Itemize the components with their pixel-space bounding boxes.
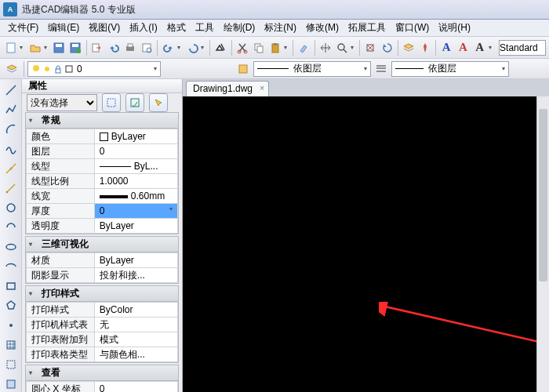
- doc-tab[interactable]: Drawing1.dwg×: [186, 81, 269, 96]
- text-red-button[interactable]: A: [455, 39, 471, 56]
- arc2-tool[interactable]: [2, 220, 20, 236]
- text-color-button[interactable]: A: [438, 39, 454, 56]
- redo2-dropdown-icon[interactable]: ▾: [201, 44, 207, 51]
- text-button[interactable]: A: [472, 39, 488, 56]
- xline-tool[interactable]: [2, 161, 20, 177]
- undo-button[interactable]: [106, 39, 122, 56]
- cut-button[interactable]: [234, 39, 249, 56]
- refresh-button[interactable]: [379, 39, 394, 56]
- cat-plot-header[interactable]: ▾打印样式: [26, 286, 178, 302]
- pickadd-button[interactable]: [125, 93, 144, 112]
- drawing-canvas[interactable]: [183, 96, 549, 392]
- prop-thick-value[interactable]: 0▾: [94, 204, 177, 219]
- zoom-dropdown-icon[interactable]: ▾: [351, 44, 357, 51]
- point-tool[interactable]: [2, 317, 20, 333]
- new-button[interactable]: [3, 39, 19, 56]
- redo-button[interactable]: [160, 39, 176, 56]
- svg-rect-22: [66, 66, 72, 72]
- convert-button[interactable]: [89, 39, 104, 56]
- saveas-button[interactable]: [67, 39, 83, 56]
- menu-modify[interactable]: 修改(M): [301, 20, 344, 36]
- layer-name: 0: [77, 64, 82, 74]
- zoom-button[interactable]: [334, 39, 350, 56]
- rect-tool[interactable]: [2, 278, 20, 294]
- layermgr-button[interactable]: [3, 60, 20, 78]
- menu-help[interactable]: 说明(H): [434, 20, 475, 36]
- text-dropdown-icon[interactable]: ▾: [489, 44, 495, 51]
- prop-ltscale-value[interactable]: 1.0000: [94, 174, 177, 189]
- paste-dropdown-icon[interactable]: ▾: [284, 44, 290, 51]
- layers-button[interactable]: [401, 39, 416, 56]
- save-button[interactable]: [51, 39, 67, 56]
- prop-lweight-value[interactable]: 0.60mm: [94, 189, 177, 204]
- linetype-combo[interactable]: 依图层 ▾: [253, 61, 371, 77]
- match-button[interactable]: [296, 39, 311, 56]
- menu-format[interactable]: 格式: [162, 20, 191, 36]
- arc-tool[interactable]: [2, 122, 20, 138]
- layer-state-combo[interactable]: 0 ▾: [27, 61, 161, 77]
- circle-tool[interactable]: [2, 200, 20, 216]
- find-button[interactable]: [213, 39, 228, 56]
- collapse-icon: ▾: [29, 290, 38, 297]
- pan-button[interactable]: [318, 39, 333, 56]
- prop-cx-value[interactable]: 0: [94, 382, 177, 393]
- line-tool[interactable]: [2, 82, 20, 99]
- redo2-button[interactable]: [184, 39, 200, 56]
- menu-view[interactable]: 视图(V): [84, 20, 125, 36]
- menu-edit[interactable]: 编辑(E): [43, 20, 84, 36]
- ellipse-tool[interactable]: [2, 239, 20, 256]
- selectobjects-button[interactable]: [149, 93, 168, 112]
- boundary-tool[interactable]: [2, 356, 20, 372]
- open-dropdown-icon[interactable]: ▾: [44, 44, 50, 51]
- prop-shadow-value[interactable]: 投射和接...: [94, 268, 177, 283]
- cat-3d-header[interactable]: ▾三维可视化: [26, 237, 178, 252]
- svg-rect-0: [7, 43, 15, 53]
- spline-tool[interactable]: [2, 141, 20, 158]
- lineweight-toggle[interactable]: [235, 60, 252, 78]
- prop-material-value[interactable]: ByLayer: [94, 253, 177, 268]
- prop-ptable-value[interactable]: 无: [94, 318, 177, 332]
- pin-button[interactable]: [417, 39, 433, 56]
- paste-button[interactable]: [267, 39, 283, 56]
- ray-tool[interactable]: [2, 180, 20, 197]
- prop-ltype-value[interactable]: ByL...: [94, 159, 177, 174]
- ellipsearc-tool[interactable]: [2, 258, 20, 274]
- redo-dropdown-icon[interactable]: ▾: [177, 44, 184, 51]
- prop-layer-value[interactable]: 0: [94, 144, 177, 159]
- menu-insert[interactable]: 插入(I): [125, 20, 162, 36]
- collapse-icon: ▾: [29, 369, 38, 376]
- scrollbar-thumb[interactable]: [539, 109, 547, 281]
- style-combo[interactable]: [499, 40, 546, 56]
- prop-pattach-value[interactable]: 模式: [94, 332, 177, 347]
- menu-tools[interactable]: 工具: [191, 20, 219, 36]
- cat-general-header[interactable]: ▾常规: [26, 113, 178, 129]
- lineweight-combo[interactable]: 依图层 ▾: [391, 61, 509, 77]
- prop-trans-value[interactable]: ByLayer: [94, 219, 177, 234]
- menu-ext[interactable]: 拓展工具: [344, 20, 391, 36]
- open-button[interactable]: [27, 39, 42, 56]
- polyline-tool[interactable]: [2, 102, 20, 118]
- printpreview-button[interactable]: [139, 39, 155, 56]
- prop-pttype-value[interactable]: 与颜色相...: [94, 347, 177, 362]
- region-tool[interactable]: [2, 376, 20, 392]
- prop-color-value[interactable]: ByLayer: [94, 129, 177, 144]
- menu-window[interactable]: 窗口(W): [391, 20, 434, 36]
- selection-filter-combo[interactable]: 没有选择: [27, 94, 97, 111]
- tab-close-icon[interactable]: ×: [260, 84, 264, 93]
- erase-button[interactable]: [362, 39, 378, 56]
- print-button[interactable]: [122, 39, 138, 56]
- copy-button[interactable]: [251, 39, 267, 56]
- cat-view-header[interactable]: ▾查看: [26, 365, 178, 381]
- sun-icon: [42, 64, 52, 74]
- menu-draw[interactable]: 绘制(D): [219, 20, 260, 36]
- menu-file[interactable]: 文件(F): [3, 20, 43, 36]
- vertical-scrollbar[interactable]: [536, 96, 549, 392]
- quickselect-button[interactable]: [102, 93, 121, 112]
- lw-toggle2[interactable]: [373, 60, 390, 78]
- hatch-tool[interactable]: [2, 336, 20, 353]
- menu-dim[interactable]: 标注(N): [260, 20, 301, 36]
- dropdown-icon[interactable]: ▾: [169, 205, 173, 212]
- polygon-tool[interactable]: [2, 297, 20, 314]
- prop-pstyle-value[interactable]: ByColor: [94, 303, 177, 318]
- new-dropdown-icon[interactable]: ▾: [20, 44, 26, 51]
